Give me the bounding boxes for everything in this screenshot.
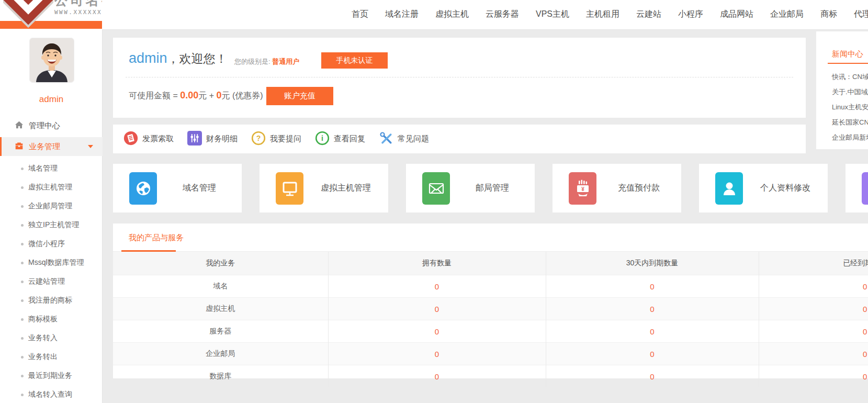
cell-expiring: 0: [546, 320, 759, 343]
sidebar: admin 管理中心 业务管理 域名管理 虚拟主机管理 企业邮局管理 独立IP主…: [0, 29, 103, 403]
sidebar-item-cloud-site-management[interactable]: 云建站管理: [0, 272, 103, 291]
sidebar-submenu: 域名管理 虚拟主机管理 企业邮局管理 独立IP主机管理 微信小程序 Mssql数…: [0, 159, 103, 403]
cell-expired: 0: [759, 275, 868, 298]
nav-item-cloud-server[interactable]: 云服务器: [486, 9, 519, 20]
card-virtual-host-management[interactable]: 虚拟主机管理: [260, 164, 388, 212]
card-domain-management[interactable]: 域名管理: [113, 164, 242, 212]
sidebar-item-business-transfer-in[interactable]: 业务转入: [0, 329, 103, 348]
cell-expired: 0: [759, 298, 868, 320]
products-table: 我的业务 拥有数量 30天内到期数量 已经到期数量 域名 0 0 0 虚拟主机 …: [113, 252, 868, 387]
nav-item-enterprise-mail[interactable]: 企业邮局: [770, 9, 804, 20]
cell-business-name: 域名: [113, 275, 328, 298]
sidebar-item-label: 业务转出: [28, 352, 58, 362]
bullet-icon: [21, 243, 24, 245]
top-header: 首页 域名注册 虚拟主机 云服务器 VPS主机 主机租用 云建站 小程序 成品网…: [0, 0, 868, 30]
dashed-divider: [126, 77, 793, 77]
sidebar-item-domain-transfer-query[interactable]: 域名转入查询: [0, 385, 103, 403]
recharge-button[interactable]: 账户充值: [266, 87, 333, 105]
quicklink-faq[interactable]: 常见问题: [379, 131, 429, 147]
sidebar-item-management-center[interactable]: 管理中心: [0, 116, 103, 135]
cell-business-name: 数据库: [113, 365, 328, 388]
table-header-row: 我的业务 拥有数量 30天内到期数量 已经到期数量: [113, 252, 868, 275]
nav-item-ready-site[interactable]: 成品网站: [720, 9, 753, 20]
balance-text: 可使用金额 = 0.00元 + 0元 (优惠券): [129, 90, 263, 102]
quicklink-view-replies[interactable]: i 查看回复: [315, 131, 365, 147]
bullet-icon: [21, 224, 24, 227]
sidebar-item-dedicated-ip-host[interactable]: 独立IP主机管理: [0, 216, 103, 234]
card-profile-edit[interactable]: 个人资料修改: [699, 164, 828, 212]
bullet-icon: [21, 375, 24, 377]
col-my-business: 我的业务: [113, 252, 328, 275]
nav-item-mini-program[interactable]: 小程序: [678, 9, 703, 20]
col-owned-count: 拥有数量: [328, 252, 546, 275]
card-recharge-prepay[interactable]: ¥ 充值预付款: [553, 164, 681, 212]
table-row: 企业邮局 0 0 0: [113, 343, 868, 365]
sidebar-item-label: 商标模板: [28, 315, 58, 324]
nav-item-cloud-site[interactable]: 云建站: [636, 9, 661, 20]
sidebar-group-business-management[interactable]: 业务管理: [0, 137, 103, 156]
balance-mid: 元 +: [198, 91, 216, 100]
nav-item-virtual-host[interactable]: 虚拟主机: [435, 9, 469, 20]
table-row: 虚拟主机 0 0 0: [113, 298, 868, 320]
nav-item-host-rental[interactable]: 主机租用: [586, 9, 619, 20]
news-item[interactable]: 企业邮局新增反: [816, 130, 868, 145]
table-row: 服务器 0 0 0: [113, 320, 868, 343]
avatar[interactable]: [29, 38, 74, 83]
phone-unverified-button[interactable]: 手机未认证: [321, 52, 388, 69]
nav-item-home[interactable]: 首页: [352, 9, 368, 20]
svg-text:i: i: [321, 134, 323, 142]
globe-icon: [129, 172, 157, 205]
logo-mark-icon: [3, 0, 53, 29]
news-item[interactable]: Linux主机安全设: [816, 99, 868, 115]
sidebar-item-mssql-database[interactable]: Mssql数据库管理: [0, 253, 103, 272]
nav-item-trademark[interactable]: 商标: [820, 9, 837, 20]
card-partial[interactable]: [846, 164, 868, 212]
cell-owned: 0: [328, 275, 546, 298]
news-item[interactable]: 延长国家CN域名: [816, 115, 868, 130]
quicklink-invoice[interactable]: 发票索取: [123, 131, 174, 147]
tab-my-products[interactable]: 我的产品与服务: [129, 223, 184, 252]
bullet-icon: [21, 186, 24, 189]
sidebar-item-my-trademarks[interactable]: 我注册的商标: [0, 291, 103, 310]
news-item[interactable]: 快讯：CN域名注: [816, 69, 868, 84]
sidebar-item-label: 云建站管理: [28, 277, 65, 286]
sidebar-item-expiring-business[interactable]: 最近到期业务: [0, 366, 103, 385]
bullet-icon: [21, 167, 24, 170]
quicklink-label: 常见问题: [398, 134, 429, 144]
quicklink-finance-detail[interactable]: 财务明细: [187, 131, 238, 147]
quicklink-ask-question[interactable]: ? 我要提问: [251, 131, 301, 147]
cell-owned: 0: [328, 365, 546, 388]
user-level-value: 普通用户: [272, 58, 299, 65]
news-title-underline: [828, 63, 868, 64]
sidebar-item-label: Mssql数据库管理: [28, 258, 84, 267]
cell-expiring: 0: [546, 298, 759, 320]
page: 首页 域名注册 虚拟主机 云服务器 VPS主机 主机租用 云建站 小程序 成品网…: [0, 0, 868, 403]
nav-item-vps[interactable]: VPS主机: [536, 9, 569, 20]
nav-item-domain-register[interactable]: 域名注册: [385, 9, 419, 20]
bullet-icon: [21, 299, 24, 302]
sidebar-item-label: 我注册的商标: [28, 296, 72, 305]
news-item[interactable]: 关于.中国域名注: [816, 84, 868, 99]
company-name: 公司名字: [54, 0, 102, 9]
sidebar-item-domain-management[interactable]: 域名管理: [0, 159, 103, 178]
news-center-title[interactable]: 新闻中心: [832, 49, 863, 59]
sidebar-item-enterprise-mail-management[interactable]: 企业邮局管理: [0, 197, 103, 216]
site-logo[interactable]: 公司名字 WWW.XXXXXX.COM: [0, 0, 102, 29]
cell-business-name: 服务器: [113, 320, 328, 343]
user-level-label: 您的级别是:: [234, 58, 272, 65]
quicklink-label: 财务明细: [206, 134, 238, 144]
sidebar-item-wechat-mini-program[interactable]: 微信小程序: [0, 234, 103, 253]
sidebar-item-label: 微信小程序: [28, 239, 65, 249]
balance-label: 可使用金额 =: [129, 91, 180, 100]
greeting: admin，欢迎您！: [129, 50, 228, 67]
sidebar-item-label: 管理中心: [29, 121, 60, 131]
sidebar-item-business-transfer-out[interactable]: 业务转出: [0, 348, 103, 366]
coupon-amount: 0: [217, 90, 222, 100]
card-label: 域名管理: [157, 183, 242, 194]
top-nav: 首页 域名注册 虚拟主机 云服务器 VPS主机 主机租用 云建站 小程序 成品网…: [352, 0, 868, 29]
card-mail-management[interactable]: 邮局管理: [406, 164, 535, 212]
nav-item-agent[interactable]: 代理: [854, 9, 868, 20]
info-icon: i: [315, 131, 330, 147]
sidebar-item-virtual-host-management[interactable]: 虚拟主机管理: [0, 178, 103, 197]
sidebar-item-trademark-templates[interactable]: 商标模板: [0, 310, 103, 329]
